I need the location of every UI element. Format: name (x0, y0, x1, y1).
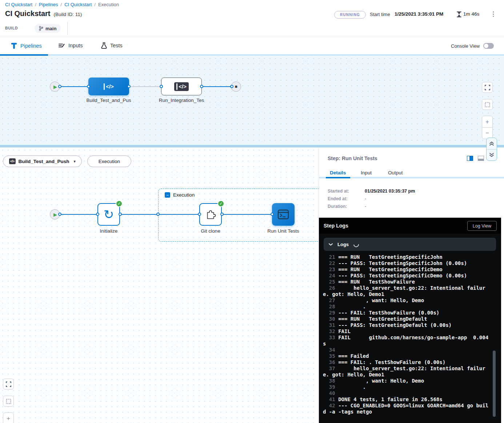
edge-port (220, 213, 224, 216)
log-line: 30 === RUN TestGreetingDefault (323, 316, 491, 322)
canvas-fullscreen-button[interactable] (3, 379, 14, 390)
step-label: Run Unit Tests (258, 228, 309, 234)
puzzle-icon (204, 208, 217, 221)
terminal-icon (277, 209, 289, 220)
edge-port (58, 85, 61, 88)
log-output: 21 === RUN TestGreetingSpecificJohn 22 -… (319, 254, 491, 415)
edge-port (271, 213, 274, 216)
tab-tests[interactable]: Tests (101, 42, 123, 49)
breadcrumb-current-execution: Execution (98, 2, 119, 7)
tab-tests-label: Tests (110, 43, 123, 48)
pipeline-graph-canvas[interactable]: ▶ ■ </> Build_Test_and_Pus </> Run_Integ… (0, 56, 504, 145)
log-line: 42 --- CGO_ENABLED=0 GOOS=linux GOARCH=a… (323, 403, 491, 415)
start-time-value: 1/25/2021 3:35:01 PM (395, 11, 443, 17)
step-details-section: Step: Run Unit Tests Details Input Outpu… (319, 147, 504, 218)
stage-label: Run_Integration_Tes (156, 98, 207, 103)
tab-input[interactable]: Input (361, 170, 372, 175)
log-line: 25 === RUN TestShowFailure (323, 279, 491, 285)
log-line: 28 . (323, 304, 491, 310)
tab-output[interactable]: Output (388, 170, 403, 175)
tab-details[interactable]: Details (330, 170, 346, 175)
collapse-group-icon[interactable]: − (165, 192, 170, 198)
edge-port (230, 85, 233, 88)
header-divider (67, 22, 68, 35)
toggle-knob (484, 44, 488, 48)
log-line: 29 --- FAIL: TestShowFailure (0.00s) (323, 310, 491, 316)
edge-port (119, 213, 122, 216)
git-branch-icon (39, 26, 43, 31)
edge-port (156, 213, 160, 216)
hourglass-icon (456, 11, 462, 17)
step-logs-header: Step Logs Log View (319, 218, 501, 234)
logs-group-bar[interactable]: Logs (324, 238, 496, 251)
initialize-refresh-icon: ↻ (104, 208, 114, 221)
pipeline-execution-page: CI Quickstart/Pipelines/CI Quickstart/Ex… (0, 0, 504, 423)
step-label: Git clone (185, 228, 236, 234)
log-line: 27 , want: Hello, Demo (323, 297, 491, 304)
play-icon: ▶ (53, 84, 57, 89)
step-success-check-icon: ✓ (116, 200, 123, 207)
canvas-zoom-controls: + (3, 412, 14, 423)
chevron-down-icon (329, 243, 333, 246)
canvas-split-divider[interactable] (0, 145, 504, 147)
layout-right-panel-icon[interactable] (467, 156, 473, 161)
logs-group-label: Logs (337, 242, 349, 247)
step-node-git-clone[interactable] (199, 203, 222, 226)
more-options-kebab-icon[interactable]: ⋮ (488, 10, 499, 18)
ended-at-label: Ended at: (328, 196, 365, 201)
main-tabbar: Pipelines Inputs Tests Console View (0, 37, 504, 56)
log-line: 22 --- PASS: TestGreetingSpecificJohn (0… (323, 260, 491, 266)
layout-bottom-panel-icon[interactable] (478, 156, 484, 161)
started-at-label: Started at: (328, 189, 365, 194)
stage-label: Build_Test_and_Pus (83, 98, 134, 103)
stop-icon: ■ (235, 84, 237, 89)
execution-view-button[interactable]: Execution (87, 155, 131, 167)
duration-label: Duration: (328, 204, 365, 209)
breadcrumb-link-pipelines[interactable]: Pipelines (39, 2, 58, 7)
breadcrumb-separator: / (94, 2, 96, 7)
step-panel-title: Step: Run Unit Tests (328, 155, 377, 161)
canvas-fullscreen-button[interactable] (482, 82, 493, 93)
stage-steps-canvas[interactable]: </> Build_Test_and_Push ▾ Execution − Ex… (0, 147, 319, 423)
branch-tag[interactable]: main (35, 24, 61, 33)
breadcrumb-link-ci-quickstart[interactable]: CI Quickstart (5, 2, 32, 7)
stage-selector-dropdown[interactable]: </> Build_Test_and_Push ▾ (3, 155, 82, 167)
pipeline-icon (11, 42, 17, 49)
tab-inputs[interactable]: Inputs (58, 42, 83, 48)
log-line: 26 hello_server_test.go:22: Intentional … (323, 285, 491, 297)
ci-codebase-icon: </> (101, 82, 116, 91)
log-view-button[interactable]: Log View (467, 221, 497, 231)
page-title: CI Quickstart (5, 9, 50, 18)
play-icon: ▶ (53, 212, 57, 217)
stage-node-run-integration-tests[interactable]: </> (161, 78, 202, 95)
zoom-in-button[interactable]: + (3, 413, 13, 423)
console-view-toggle[interactable] (483, 43, 494, 49)
edge-port (96, 213, 99, 216)
started-at-value: 01/25/2021 03:35:37 pm (365, 189, 415, 194)
panel-tab-active-underline (326, 177, 350, 178)
tab-inputs-label: Inputs (68, 43, 83, 48)
log-line: 34 (323, 347, 491, 353)
stage-node-build-test-and-push[interactable]: </> (88, 78, 129, 95)
breadcrumb-link-ci-quickstart-2[interactable]: CI Quickstart (64, 2, 92, 7)
collapse-up-chevrons-icon[interactable] (487, 138, 497, 149)
collapse-down-chevrons-icon[interactable] (487, 149, 497, 161)
canvas-selection-button[interactable] (482, 99, 493, 110)
stage-selector-label: Build_Test_and_Push (19, 159, 69, 164)
canvas-selection-button[interactable] (3, 396, 14, 407)
log-line: 32 FAIL (323, 328, 491, 335)
log-scrollbar-thumb[interactable] (493, 351, 496, 417)
console-view-label: Console View (451, 43, 480, 49)
tab-pipelines[interactable]: Pipelines (11, 42, 42, 49)
ci-codebase-icon: </> (9, 158, 16, 164)
step-node-run-unit-tests[interactable] (272, 203, 295, 226)
edge-start-to-initialize (59, 214, 98, 215)
zoom-in-button[interactable]: + (482, 116, 492, 127)
step-logs-section: Step Logs Log View Logs 21 === RUN TestG… (319, 218, 501, 423)
log-line: 39 . (323, 384, 491, 390)
step-details-panel: Step: Run Unit Tests Details Input Outpu… (319, 147, 504, 423)
caret-down-icon: ▾ (74, 159, 76, 164)
step-node-initialize[interactable]: ↻ (97, 203, 120, 226)
edge-port (127, 85, 131, 88)
zoom-out-button[interactable]: − (482, 127, 492, 139)
